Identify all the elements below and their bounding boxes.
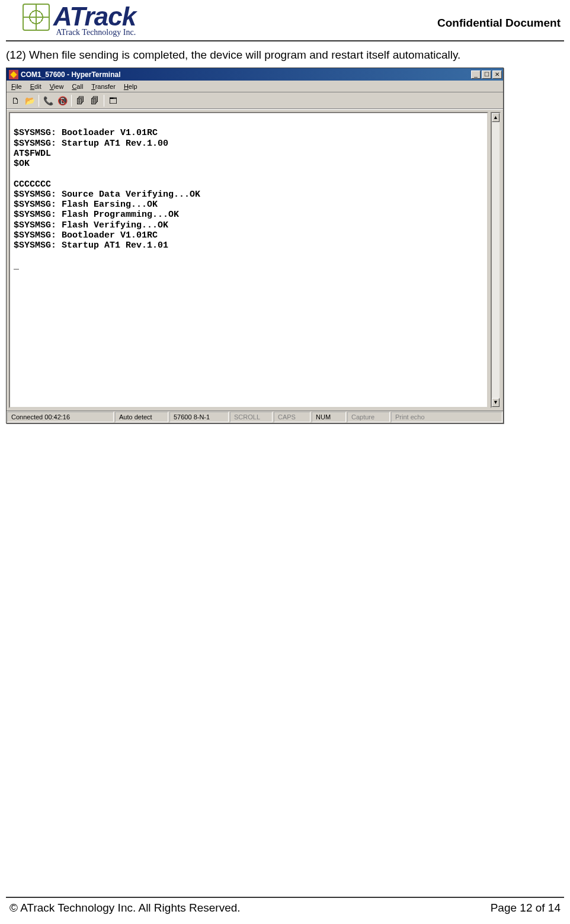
- menu-view[interactable]: View: [46, 82, 68, 91]
- titlebar[interactable]: COM1_57600 - HyperTerminal _ ☐ ✕: [7, 68, 503, 81]
- status-capture: Capture: [347, 412, 390, 422]
- menu-file[interactable]: File: [7, 82, 26, 91]
- status-num: NUM: [312, 412, 346, 422]
- new-icon[interactable]: 🗋: [9, 94, 22, 107]
- scroll-track[interactable]: [492, 122, 499, 398]
- open-icon[interactable]: 📂: [23, 94, 36, 107]
- doc-body: (12) When file sending is completed, the…: [6, 41, 564, 424]
- app-icon: [9, 70, 18, 79]
- scroll-down-icon[interactable]: ▼: [492, 398, 499, 407]
- close-button[interactable]: ✕: [492, 70, 502, 79]
- confidential-label: Confidential Document: [437, 17, 561, 30]
- toolbar-sep: [71, 95, 72, 107]
- status-auto: Auto detect: [115, 412, 168, 422]
- vertical-scrollbar[interactable]: ▲ ▼: [491, 112, 501, 408]
- menu-edit[interactable]: Edit: [26, 82, 46, 91]
- terminal-output: $SYSMSG: Bootloader V1.01RC $SYSMSG: Sta…: [14, 118, 483, 271]
- minimize-button[interactable]: _: [471, 70, 481, 79]
- status-connected: Connected 00:42:16: [7, 412, 114, 422]
- maximize-button[interactable]: ☐: [482, 70, 491, 79]
- logo-subtitle: ATrack Technology Inc.: [53, 28, 136, 37]
- menu-transfer[interactable]: Transfer: [87, 82, 120, 91]
- receive-icon[interactable]: 🗐: [88, 94, 101, 107]
- toolbar: 🗋 📂 📞 📵 🗐 🗐 🗔: [7, 92, 503, 109]
- toolbar-sep: [104, 95, 104, 107]
- status-print: Print echo: [391, 412, 502, 422]
- logo-text-stack: ATrack ATrack Technology Inc.: [53, 4, 136, 37]
- properties-icon[interactable]: 🗔: [107, 94, 120, 107]
- doc-header: ATrack ATrack Technology Inc. Confidenti…: [6, 4, 564, 41]
- status-scroll: SCROLL: [230, 412, 273, 422]
- status-caps: CAPS: [274, 412, 310, 422]
- toolbar-sep: [39, 95, 39, 107]
- terminal-area: $SYSMSG: Bootloader V1.01RC $SYSMSG: Sta…: [7, 109, 503, 410]
- status-baud: 57600 8-N-1: [169, 412, 229, 422]
- footer-page: Page 12 of 14: [491, 901, 561, 915]
- logo-block: ATrack ATrack Technology Inc.: [23, 4, 136, 37]
- window-title: COM1_57600 - HyperTerminal: [21, 70, 471, 79]
- send-icon[interactable]: 🗐: [74, 94, 87, 107]
- footer-copyright: © ATrack Technology Inc. All Rights Rese…: [9, 901, 241, 915]
- menu-call[interactable]: Call: [68, 82, 87, 91]
- logo-word: ATrack: [53, 4, 136, 30]
- statusbar: Connected 00:42:16 Auto detect 57600 8-N…: [7, 410, 503, 423]
- menubar: File Edit View Call Transfer Help: [7, 81, 503, 92]
- terminal-viewport[interactable]: $SYSMSG: Bootloader V1.01RC $SYSMSG: Sta…: [9, 112, 488, 408]
- step-text: (12) When file sending is completed, the…: [6, 49, 564, 62]
- hangup-icon[interactable]: 📵: [56, 94, 69, 107]
- doc-footer: © ATrack Technology Inc. All Rights Rese…: [6, 897, 564, 915]
- scroll-up-icon[interactable]: ▲: [492, 113, 499, 122]
- menu-help[interactable]: Help: [120, 82, 142, 91]
- window-buttons: _ ☐ ✕: [471, 70, 502, 79]
- hyperterminal-window: COM1_57600 - HyperTerminal _ ☐ ✕ File Ed…: [6, 68, 504, 424]
- call-icon[interactable]: 📞: [41, 94, 55, 107]
- logo-icon: [23, 4, 50, 31]
